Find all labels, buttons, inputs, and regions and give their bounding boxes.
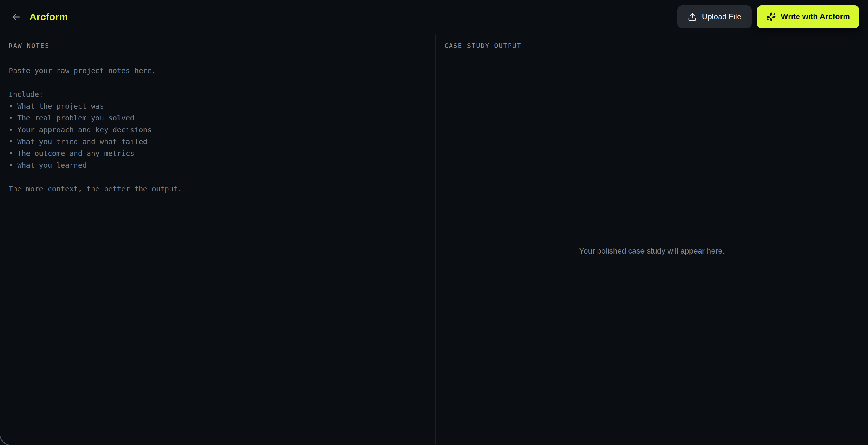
case-study-output-header: CASE STUDY OUTPUT: [436, 34, 868, 57]
upload-icon: [688, 12, 697, 22]
top-bar-left: Arcform: [9, 9, 68, 25]
top-bar: Arcform Upload File Write with Arcform: [0, 0, 868, 34]
arrow-left-icon: [11, 11, 22, 23]
back-button[interactable]: [9, 9, 24, 25]
main-content: RAW NOTES CASE STUDY OUTPUT Your polishe…: [0, 34, 868, 445]
write-with-arcform-button[interactable]: Write with Arcform: [757, 5, 859, 28]
sparkles-icon: [766, 12, 776, 22]
app-title: Arcform: [29, 11, 68, 23]
write-with-arcform-label: Write with Arcform: [781, 12, 850, 21]
output-empty-state: Your polished case study will appear her…: [579, 247, 724, 256]
upload-file-label: Upload File: [702, 12, 741, 21]
raw-notes-header: RAW NOTES: [0, 34, 435, 57]
output-body: Your polished case study will appear her…: [436, 57, 868, 445]
top-bar-actions: Upload File Write with Arcform: [677, 5, 859, 28]
case-study-output-panel: CASE STUDY OUTPUT Your polished case stu…: [436, 34, 868, 445]
raw-notes-panel: RAW NOTES: [0, 34, 436, 445]
upload-file-button[interactable]: Upload File: [677, 5, 752, 28]
raw-notes-input[interactable]: [0, 57, 435, 445]
